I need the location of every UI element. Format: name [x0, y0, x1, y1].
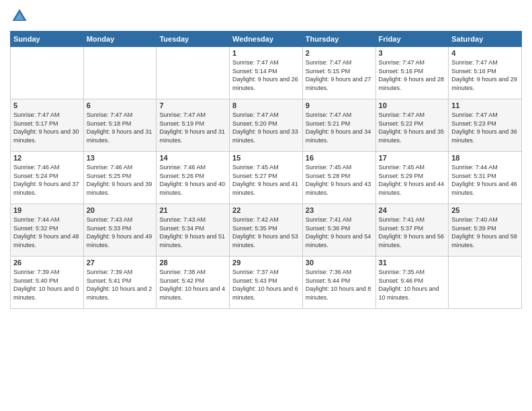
day-number: 20: [87, 206, 154, 214]
day-number: 23: [306, 206, 373, 214]
day-cell: 18Sunrise: 7:44 AM Sunset: 5:31 PM Dayli…: [449, 152, 522, 204]
weekday-sunday: Sunday: [11, 32, 84, 47]
day-number: 5: [13, 101, 81, 109]
day-info: Sunrise: 7:47 AM Sunset: 5:21 PM Dayligh…: [306, 111, 373, 144]
day-info: Sunrise: 7:47 AM Sunset: 5:22 PM Dayligh…: [379, 111, 446, 144]
weekday-header-row: SundayMondayTuesdayWednesdayThursdayFrid…: [11, 32, 522, 47]
day-info: Sunrise: 7:41 AM Sunset: 5:37 PM Dayligh…: [379, 216, 446, 249]
day-info: Sunrise: 7:46 AM Sunset: 5:26 PM Dayligh…: [159, 163, 226, 197]
day-info: Sunrise: 7:47 AM Sunset: 5:17 PM Dayligh…: [13, 111, 81, 144]
day-cell: 4Sunrise: 7:47 AM Sunset: 5:16 PM Daylig…: [449, 47, 522, 99]
weekday-monday: Monday: [83, 32, 157, 47]
day-cell: 14Sunrise: 7:46 AM Sunset: 5:26 PM Dayli…: [157, 152, 230, 204]
day-number: 8: [232, 101, 300, 109]
day-cell: 9Sunrise: 7:47 AM Sunset: 5:21 PM Daylig…: [302, 99, 375, 152]
day-info: Sunrise: 7:47 AM Sunset: 5:14 PM Dayligh…: [232, 58, 300, 92]
day-cell: [449, 257, 522, 309]
day-cell: 16Sunrise: 7:45 AM Sunset: 5:28 PM Dayli…: [302, 152, 375, 204]
logo-icon: [10, 7, 29, 26]
day-info: Sunrise: 7:46 AM Sunset: 5:25 PM Dayligh…: [87, 163, 154, 197]
day-number: 24: [379, 206, 446, 214]
day-number: 11: [451, 101, 519, 109]
calendar: SundayMondayTuesdayWednesdayThursdayFrid…: [10, 31, 522, 309]
day-cell: 20Sunrise: 7:43 AM Sunset: 5:33 PM Dayli…: [83, 204, 157, 257]
day-cell: 27Sunrise: 7:39 AM Sunset: 5:41 PM Dayli…: [83, 257, 157, 309]
day-cell: 30Sunrise: 7:36 AM Sunset: 5:44 PM Dayli…: [302, 257, 375, 309]
day-info: Sunrise: 7:47 AM Sunset: 5:19 PM Dayligh…: [159, 111, 226, 144]
day-cell: 23Sunrise: 7:41 AM Sunset: 5:36 PM Dayli…: [302, 204, 375, 257]
day-info: Sunrise: 7:39 AM Sunset: 5:41 PM Dayligh…: [87, 268, 154, 302]
day-info: Sunrise: 7:47 AM Sunset: 5:23 PM Dayligh…: [451, 111, 519, 144]
day-number: 26: [13, 259, 81, 267]
weekday-friday: Friday: [375, 32, 449, 47]
day-cell: 13Sunrise: 7:46 AM Sunset: 5:25 PM Dayli…: [83, 152, 157, 204]
day-number: 27: [87, 259, 154, 267]
day-info: Sunrise: 7:47 AM Sunset: 5:16 PM Dayligh…: [451, 58, 519, 92]
day-info: Sunrise: 7:45 AM Sunset: 5:29 PM Dayligh…: [379, 163, 446, 197]
day-number: 22: [232, 206, 300, 214]
day-info: Sunrise: 7:45 AM Sunset: 5:28 PM Dayligh…: [306, 163, 373, 197]
day-cell: 21Sunrise: 7:43 AM Sunset: 5:34 PM Dayli…: [157, 204, 230, 257]
day-number: 6: [87, 101, 154, 109]
day-number: 14: [159, 154, 226, 162]
week-row-4: 19Sunrise: 7:44 AM Sunset: 5:32 PM Dayli…: [11, 204, 522, 257]
day-number: 31: [379, 259, 446, 267]
weekday-thursday: Thursday: [302, 32, 375, 47]
weekday-wednesday: Wednesday: [230, 32, 303, 47]
day-info: Sunrise: 7:45 AM Sunset: 5:27 PM Dayligh…: [232, 163, 300, 197]
day-cell: 25Sunrise: 7:40 AM Sunset: 5:39 PM Dayli…: [449, 204, 522, 257]
week-row-1: 1Sunrise: 7:47 AM Sunset: 5:14 PM Daylig…: [11, 47, 522, 99]
logo: [10, 7, 32, 26]
day-number: 4: [451, 49, 519, 57]
day-cell: 19Sunrise: 7:44 AM Sunset: 5:32 PM Dayli…: [11, 204, 84, 257]
day-cell: [157, 47, 230, 99]
day-info: Sunrise: 7:42 AM Sunset: 5:35 PM Dayligh…: [232, 216, 300, 249]
day-info: Sunrise: 7:37 AM Sunset: 5:43 PM Dayligh…: [232, 268, 300, 302]
day-number: 19: [13, 206, 81, 214]
weekday-tuesday: Tuesday: [157, 32, 230, 47]
day-cell: 12Sunrise: 7:46 AM Sunset: 5:24 PM Dayli…: [11, 152, 84, 204]
day-info: Sunrise: 7:47 AM Sunset: 5:16 PM Dayligh…: [379, 58, 446, 92]
day-info: Sunrise: 7:47 AM Sunset: 5:15 PM Dayligh…: [306, 58, 373, 92]
day-cell: 29Sunrise: 7:37 AM Sunset: 5:43 PM Dayli…: [230, 257, 303, 309]
day-cell: 31Sunrise: 7:35 AM Sunset: 5:46 PM Dayli…: [375, 257, 449, 309]
day-cell: 28Sunrise: 7:38 AM Sunset: 5:42 PM Dayli…: [157, 257, 230, 309]
day-cell: 2Sunrise: 7:47 AM Sunset: 5:15 PM Daylig…: [302, 47, 375, 99]
day-number: 29: [232, 259, 300, 267]
week-row-5: 26Sunrise: 7:39 AM Sunset: 5:40 PM Dayli…: [11, 257, 522, 309]
day-cell: 11Sunrise: 7:47 AM Sunset: 5:23 PM Dayli…: [449, 99, 522, 152]
day-number: 21: [159, 206, 226, 214]
day-info: Sunrise: 7:41 AM Sunset: 5:36 PM Dayligh…: [306, 216, 373, 249]
day-cell: 3Sunrise: 7:47 AM Sunset: 5:16 PM Daylig…: [375, 47, 449, 99]
header: [10, 7, 522, 26]
day-cell: 8Sunrise: 7:47 AM Sunset: 5:20 PM Daylig…: [230, 99, 303, 152]
day-info: Sunrise: 7:38 AM Sunset: 5:42 PM Dayligh…: [159, 268, 226, 302]
day-info: Sunrise: 7:43 AM Sunset: 5:33 PM Dayligh…: [87, 216, 154, 249]
day-cell: 7Sunrise: 7:47 AM Sunset: 5:19 PM Daylig…: [157, 99, 230, 152]
week-row-2: 5Sunrise: 7:47 AM Sunset: 5:17 PM Daylig…: [11, 99, 522, 152]
day-cell: 26Sunrise: 7:39 AM Sunset: 5:40 PM Dayli…: [11, 257, 84, 309]
day-cell: [11, 47, 84, 99]
week-row-3: 12Sunrise: 7:46 AM Sunset: 5:24 PM Dayli…: [11, 152, 522, 204]
day-cell: 5Sunrise: 7:47 AM Sunset: 5:17 PM Daylig…: [11, 99, 84, 152]
day-cell: 15Sunrise: 7:45 AM Sunset: 5:27 PM Dayli…: [230, 152, 303, 204]
day-number: 9: [306, 101, 373, 109]
day-number: 25: [451, 206, 519, 214]
day-number: 13: [87, 154, 154, 162]
day-cell: 24Sunrise: 7:41 AM Sunset: 5:37 PM Dayli…: [375, 204, 449, 257]
day-info: Sunrise: 7:39 AM Sunset: 5:40 PM Dayligh…: [13, 268, 81, 302]
weekday-saturday: Saturday: [449, 32, 522, 47]
day-info: Sunrise: 7:35 AM Sunset: 5:46 PM Dayligh…: [379, 268, 446, 302]
day-cell: 6Sunrise: 7:47 AM Sunset: 5:18 PM Daylig…: [83, 99, 157, 152]
day-info: Sunrise: 7:46 AM Sunset: 5:24 PM Dayligh…: [13, 163, 81, 197]
day-info: Sunrise: 7:40 AM Sunset: 5:39 PM Dayligh…: [451, 216, 519, 249]
page: SundayMondayTuesdayWednesdayThursdayFrid…: [0, 0, 532, 411]
day-info: Sunrise: 7:44 AM Sunset: 5:32 PM Dayligh…: [13, 216, 81, 249]
day-number: 18: [451, 154, 519, 162]
day-number: 17: [379, 154, 446, 162]
day-number: 15: [232, 154, 300, 162]
day-cell: 1Sunrise: 7:47 AM Sunset: 5:14 PM Daylig…: [230, 47, 303, 99]
day-info: Sunrise: 7:47 AM Sunset: 5:18 PM Dayligh…: [87, 111, 154, 144]
day-info: Sunrise: 7:44 AM Sunset: 5:31 PM Dayligh…: [451, 163, 519, 197]
day-cell: 22Sunrise: 7:42 AM Sunset: 5:35 PM Dayli…: [230, 204, 303, 257]
